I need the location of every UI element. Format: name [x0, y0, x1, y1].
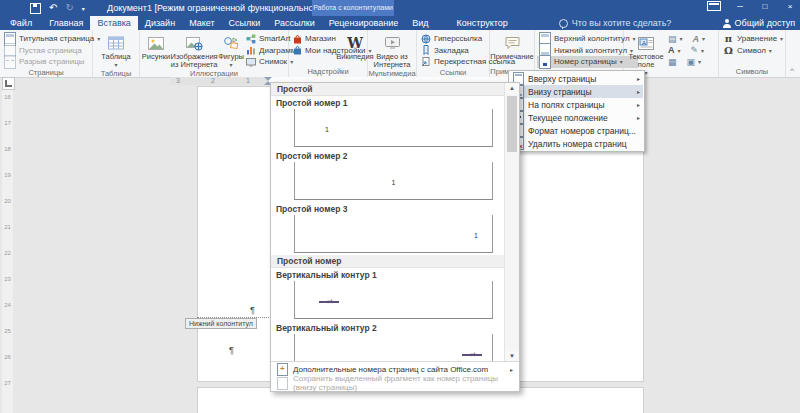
wikipedia-button[interactable]: W Википедия [343, 31, 367, 67]
blank-page-button[interactable]: Пустая страница [2, 45, 102, 57]
ribbon-display-options-icon[interactable] [707, 1, 721, 11]
gallery-item-simple-number-3[interactable]: Простой номер 3 1 [271, 202, 505, 253]
gallery-item-simple-number-1[interactable]: Простой номер 1 1 [271, 96, 505, 147]
store-button[interactable]: Магазин [291, 33, 343, 45]
tab-references[interactable]: Ссылки [222, 16, 268, 30]
pictures-button[interactable]: Рисунки [142, 31, 170, 69]
collapse-ribbon-icon[interactable]: ^ [790, 66, 794, 75]
text-box-icon: A [637, 33, 655, 53]
drop-cap-button[interactable]: A▾ [666, 45, 683, 57]
page-number-preview: 1 [294, 334, 493, 362]
menu-item-current-position[interactable]: Текущее положение ▸ [510, 111, 643, 124]
comment-label: Примечание [490, 53, 533, 61]
page-number-button[interactable]: Номер страницы ▾ [537, 56, 638, 68]
gallery-item-vertical-outline-1[interactable]: Вертикальный контур 1 1 [271, 268, 505, 319]
ribbon: Титульная страница ▾ Пустая страница Раз… [0, 30, 800, 78]
tab-file[interactable]: Файл [0, 16, 42, 30]
store-label: Магазин [305, 34, 336, 43]
tell-me-search[interactable]: Что вы хотите сделать? [559, 16, 672, 30]
pictures-icon [147, 33, 165, 53]
dropdown-icon: ▾ [780, 35, 783, 42]
shapes-icon [223, 33, 240, 53]
tab-view[interactable]: Вид [405, 16, 435, 30]
title-bar: ↶ ↻ ▾ Документ1 [Режим ограниченной функ… [0, 0, 800, 16]
quick-parts-icon: ▤ [668, 34, 677, 44]
page-number-preview: 1 [294, 215, 493, 253]
chart-button[interactable]: Диаграмма [244, 45, 286, 57]
tab-mailings[interactable]: Рассылки [267, 16, 321, 30]
scroll-up-icon[interactable]: ▲ [505, 83, 519, 94]
menu-item-top-of-page[interactable]: Вверху страницы ▸ [510, 72, 643, 85]
vertical-ruler[interactable]: 16 17 18 19 20 21 22 23 24 25 26 27 [2, 90, 13, 413]
tab-design[interactable]: Дизайн [138, 16, 182, 30]
redo-icon[interactable]: ↻ [65, 3, 73, 13]
table-button[interactable]: Таблица ▾ [101, 31, 130, 69]
screenshot-button[interactable]: Снимок ▾ [244, 56, 286, 68]
customize-qat-icon[interactable]: ▾ [82, 5, 85, 12]
date-time-icon: ▦ [668, 57, 677, 67]
chart-icon [246, 45, 256, 55]
smartart-label: SmartArt [259, 34, 291, 43]
vertical-preview-number: 1 [319, 290, 339, 303]
scrollbar-thumb[interactable] [507, 96, 517, 152]
footer-button[interactable]: Нижний колонтитул ▾ [537, 45, 638, 57]
gallery-item-vertical-outline-2[interactable]: Вертикальный контур 2 1 [271, 321, 505, 362]
menu-item-remove-page-numbers[interactable]: Удалить номера страниц [510, 137, 643, 150]
tab-home[interactable]: Главная [42, 16, 90, 30]
tab-layout[interactable]: Макет [182, 16, 221, 30]
tab-insert[interactable]: Вставка [90, 16, 137, 30]
gallery-item-label: Вертикальный контур 1 [271, 268, 505, 281]
signature-line-button[interactable]: ✎▾ [689, 45, 707, 57]
menu-item-bottom-of-page[interactable]: Внизу страницы ▸ [510, 85, 643, 98]
undo-icon[interactable]: ↶ [49, 3, 57, 13]
menu-item-format-page-numbers[interactable]: Формат номеров страниц... [510, 124, 643, 137]
gallery-section-simple-number: Простой номер [271, 255, 505, 268]
symbol-button[interactable]: Ω Символ ▾ [721, 45, 785, 57]
smartart-button[interactable]: SmartArt [244, 33, 286, 45]
smartart-icon [246, 34, 256, 44]
tab-review[interactable]: Рецензирование [322, 16, 406, 30]
group-label-pages: Страницы [0, 68, 92, 78]
ruler-number: 17 [2, 120, 13, 126]
ruler-number: 3 [176, 77, 180, 85]
drop-cap-icon: A [668, 45, 675, 55]
wikipedia-icon: W [347, 33, 363, 53]
shapes-button[interactable]: Фигуры ▾ [218, 31, 244, 69]
comment-button[interactable]: Примечание [491, 31, 533, 67]
menu-item-label: Вверху страницы [528, 74, 596, 84]
menu-item-page-margins[interactable]: На полях страницы ▸ [510, 98, 643, 111]
quick-parts-button[interactable]: ▤▾ [666, 33, 685, 45]
save-icon[interactable] [30, 3, 41, 14]
svg-text:A: A [642, 39, 646, 45]
online-pictures-button[interactable]: Изображения из Интернета [170, 31, 218, 69]
my-addins-button[interactable]: Мои надстройки ▾ [291, 45, 343, 57]
ruler-number: 22 [2, 250, 13, 256]
equation-button[interactable]: π Уравнение ▾ [721, 33, 785, 45]
date-time-button[interactable]: ▦ [666, 56, 679, 68]
submenu-arrow-icon: ▸ [637, 75, 640, 82]
tab-selector-button[interactable] [2, 77, 15, 90]
page-break-button[interactable]: Разрыв страницы [2, 56, 102, 68]
group-label-addins: Надстройки [289, 67, 367, 77]
save-selection-icon [277, 377, 288, 390]
screenshot-icon [246, 57, 256, 67]
online-video-label: Видео из Интернета [370, 53, 414, 69]
tell-me-label: Что вы хотите сделать? [572, 18, 672, 28]
wordart-button[interactable]: A▾ [691, 33, 708, 45]
header-button[interactable]: Верхний колонтитул ▾ [537, 33, 638, 45]
minimize-button[interactable]: ─ [734, 2, 746, 11]
ruler-number: 26 [2, 354, 13, 360]
tab-constructor[interactable]: Конструктор [450, 16, 515, 30]
dropdown-icon: ▾ [230, 61, 233, 69]
submenu-arrow-icon: ▸ [510, 366, 513, 373]
maximize-button[interactable]: □ [759, 2, 771, 11]
gallery-item-simple-number-2[interactable]: Простой номер 2 1 [271, 149, 505, 200]
close-button[interactable]: × [784, 2, 796, 11]
lightbulb-icon [559, 19, 568, 28]
title-page-button[interactable]: Титульная страница ▾ [2, 33, 102, 45]
share-button[interactable]: Общий доступ [723, 16, 795, 30]
online-video-button[interactable]: Видео из Интернета [370, 31, 414, 69]
gallery-scrollbar[interactable]: ▲ ▼ [504, 83, 519, 362]
group-tables: Таблица ▾ Таблицы [93, 30, 140, 77]
object-button[interactable]: ▣▾ [685, 56, 704, 68]
